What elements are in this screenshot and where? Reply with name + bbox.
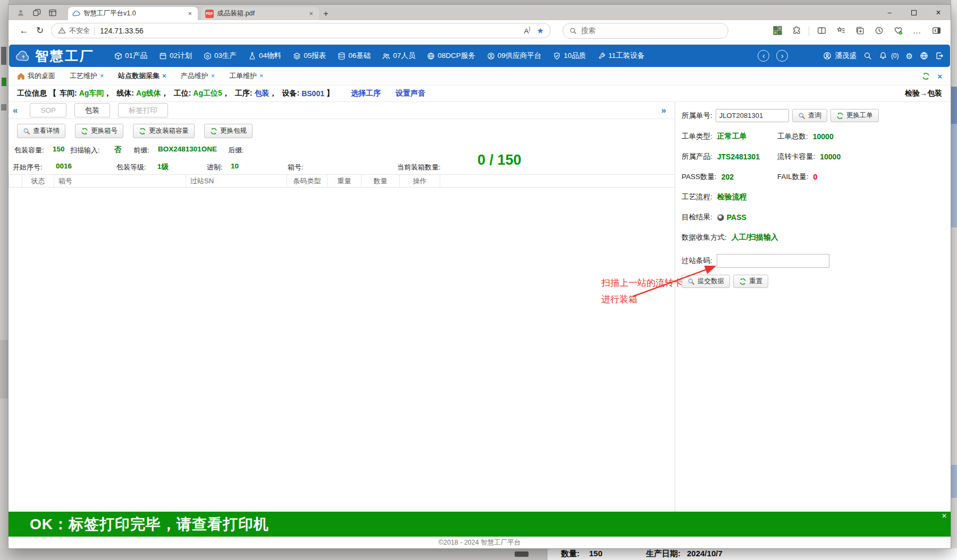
barcode-input[interactable] xyxy=(717,254,829,268)
view-details-button[interactable]: 查看详情 xyxy=(17,124,65,138)
field-label: 工序: xyxy=(235,89,253,98)
minimize-button[interactable]: – xyxy=(877,5,902,20)
language-globe-icon[interactable] xyxy=(920,52,928,60)
change-order-button[interactable]: 更换工单 xyxy=(830,109,879,122)
collapse-left-icon[interactable]: « xyxy=(9,105,22,116)
panel-tab-packing[interactable]: 包装 xyxy=(74,103,110,117)
flask-icon xyxy=(248,52,256,60)
tab-close-icon[interactable]: × xyxy=(186,10,194,18)
close-all-tabs-icon[interactable]: × xyxy=(937,72,942,81)
tab-close-icon[interactable]: × xyxy=(211,72,215,80)
nav-item-dcp[interactable]: 08DCP服务 xyxy=(421,51,481,61)
wtab-workorder[interactable]: 工单维护 × xyxy=(229,71,263,81)
read-aloud-icon[interactable]: A) xyxy=(524,26,531,35)
refresh-icon xyxy=(81,128,88,135)
collections-icon[interactable] xyxy=(853,24,867,38)
pdf-icon: PDF xyxy=(205,10,214,18)
sound-settings-link[interactable]: 设置声音 xyxy=(396,89,425,98)
search-icon xyxy=(569,27,577,35)
change-box-button[interactable]: 更换箱号 xyxy=(75,124,123,138)
nav-item-material[interactable]: 04物料 xyxy=(242,51,287,61)
order-panel: 所属单号: 查询 更换工单 工单类型:正常工单 工单总数:10 xyxy=(675,102,951,512)
user-menu[interactable]: 潘茂盛 xyxy=(823,51,857,61)
nav-item-personnel[interactable]: 07人员 xyxy=(376,51,421,61)
search-icon[interactable] xyxy=(863,52,872,60)
browser-essentials-icon[interactable] xyxy=(770,24,784,38)
refresh-icon xyxy=(210,128,217,135)
browser-tab-active[interactable]: 智慧工厂平台v1.0 × xyxy=(68,7,198,20)
barcode-label: 过站条码: xyxy=(682,256,712,266)
select-operation-link[interactable]: 选择工序 xyxy=(351,89,381,98)
close-button[interactable]: × xyxy=(926,5,951,20)
maximize-button[interactable] xyxy=(902,5,926,20)
scrollbar-thumb[interactable] xyxy=(515,551,528,557)
gear-icon[interactable]: ⚙ xyxy=(906,52,913,60)
bell-icon[interactable] xyxy=(879,52,887,60)
wtab-process[interactable]: 工艺维护 × xyxy=(70,71,104,81)
nav-item-basic[interactable]: 06基础 xyxy=(332,51,376,61)
tab-close-icon[interactable]: × xyxy=(259,72,263,80)
panel-tab-label-print[interactable]: 标签打印 xyxy=(118,103,168,117)
extensions-icon[interactable] xyxy=(790,24,803,38)
status-message: OK：标签打印完毕，请查看打印机 xyxy=(30,514,269,534)
form-label: 后缀: xyxy=(228,146,244,155)
url-text[interactable]: 124.71.33.56 xyxy=(100,27,144,35)
col-box-no: 箱号 xyxy=(54,175,186,187)
col-qty: 数量 xyxy=(362,175,400,187)
packing-table-body xyxy=(9,188,675,512)
change-pack-spec-button[interactable]: 更换包规 xyxy=(204,124,253,138)
back-icon[interactable]: ← xyxy=(16,23,32,39)
wtab-product[interactable]: 产品维护 × xyxy=(181,71,215,81)
tab-actions-icon[interactable] xyxy=(45,6,61,20)
sidebar-toggle-icon[interactable] xyxy=(929,24,943,38)
tab-close-icon[interactable]: × xyxy=(100,72,104,80)
workspaces-icon[interactable] xyxy=(29,6,45,20)
query-button[interactable]: 查询 xyxy=(792,109,827,122)
nav-item-tooling[interactable]: 11工装设备 xyxy=(592,51,650,61)
form-label: 开始序号: xyxy=(13,163,43,172)
status-close-icon[interactable]: ✕ xyxy=(942,512,947,520)
profile-avatar-icon[interactable] xyxy=(13,6,29,20)
form-label: 包装容量: xyxy=(14,146,44,155)
order-type-value: 正常工单 xyxy=(717,132,747,141)
new-tab-button[interactable]: + xyxy=(319,7,333,20)
wtab-station-data[interactable]: 站点数据采集 × xyxy=(118,71,166,81)
panel-tab-sop[interactable]: SOP xyxy=(30,103,66,117)
tab-close-icon[interactable]: × xyxy=(307,10,315,18)
nav-item-supplier[interactable]: 09供应商平台 xyxy=(481,51,548,61)
nav-prev-icon[interactable]: ‹ xyxy=(758,50,769,62)
refresh-icon[interactable] xyxy=(922,72,930,80)
history-icon[interactable] xyxy=(872,24,886,38)
reset-button[interactable]: 重置 xyxy=(733,275,768,288)
reload-icon[interactable]: ↻ xyxy=(32,23,48,39)
favorite-star-icon[interactable]: ★ xyxy=(537,26,544,36)
nav-next-icon[interactable]: › xyxy=(776,50,788,62)
nav-item-plan[interactable]: 02计划 xyxy=(153,51,198,61)
change-capacity-button[interactable]: 更改装箱容量 xyxy=(133,124,195,138)
form-label: 进制: xyxy=(207,163,223,172)
wtab-desktop[interactable]: 我的桌面 xyxy=(17,71,55,81)
collapse-right-icon[interactable]: » xyxy=(657,105,670,116)
url-bar[interactable]: 不安全 124.71.33.56 A) ★ xyxy=(51,23,551,38)
browser-tab-pdf[interactable]: PDF 成品装箱.pdf × xyxy=(201,7,319,20)
search-box[interactable] xyxy=(563,23,728,39)
nav-item-reports[interactable]: 05报表 xyxy=(287,51,332,61)
favorites-icon[interactable] xyxy=(834,24,847,38)
app-brand[interactable]: 智慧工厂 xyxy=(15,47,95,65)
order-no-input[interactable] xyxy=(716,109,789,122)
submit-data-button[interactable]: 提交数据 xyxy=(682,275,730,288)
order-row: 工单类型:正常工单 工单总数:10000 xyxy=(682,132,951,142)
logout-icon[interactable] xyxy=(935,52,944,60)
station-value: Ag工位5 xyxy=(193,89,222,98)
browser-health-icon[interactable] xyxy=(891,24,905,38)
field-label: 线体: xyxy=(116,89,134,98)
radio-icon[interactable] xyxy=(717,214,724,221)
security-label[interactable]: 不安全 xyxy=(69,26,90,36)
split-screen-icon[interactable] xyxy=(815,24,828,38)
nav-item-quality[interactable]: 10品质 xyxy=(547,51,592,61)
more-menu-icon[interactable]: … xyxy=(910,24,924,38)
nav-item-products[interactable]: 01产品 xyxy=(108,51,153,61)
tab-close-icon[interactable]: × xyxy=(162,72,166,80)
search-input[interactable] xyxy=(581,27,709,35)
nav-item-production[interactable]: 03生产 xyxy=(198,51,242,61)
